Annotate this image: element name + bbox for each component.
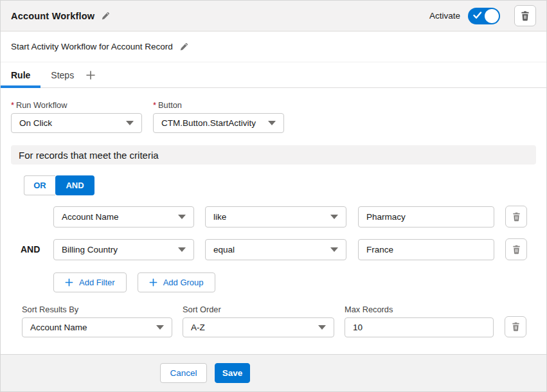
filter-row-2: AND Billing Country equal France bbox=[11, 238, 536, 260]
cancel-button[interactable]: Cancel bbox=[160, 363, 207, 383]
sort-by-value: Account Name bbox=[30, 323, 87, 332]
workflow-description: Start Activity Workflow for Account Reco… bbox=[11, 42, 173, 51]
filter-1-delete-button[interactable] bbox=[505, 206, 527, 227]
chevron-down-icon bbox=[330, 247, 338, 252]
filter-2-operator-select[interactable]: equal bbox=[205, 239, 346, 260]
criteria-section-header: For records that meet the criteria bbox=[11, 145, 536, 165]
header-bar: Account Workflow Activate bbox=[1, 1, 546, 31]
tab-steps-label: Steps bbox=[51, 70, 74, 80]
sort-row: Sort Results By Account Name Sort Order … bbox=[22, 305, 536, 337]
filter-1-field-select[interactable]: Account Name bbox=[53, 206, 194, 227]
rule-panel: *Run Workflow On Click *Button CTM.Butto… bbox=[1, 100, 546, 337]
filter-2-field-value: Billing Country bbox=[62, 245, 118, 254]
required-asterisk: * bbox=[11, 100, 14, 110]
sort-by-label: Sort Results By bbox=[22, 305, 172, 314]
toggle-check-icon bbox=[473, 12, 482, 19]
filter-1-field-value: Account Name bbox=[62, 212, 119, 222]
sort-order-value: A-Z bbox=[191, 323, 205, 332]
tab-steps[interactable]: Steps bbox=[40, 62, 84, 87]
filter-1-value-input[interactable]: Pharmacy bbox=[358, 206, 494, 227]
sort-by-select[interactable]: Account Name bbox=[22, 317, 172, 337]
save-button[interactable]: Save bbox=[215, 363, 250, 383]
filter-2-value-input[interactable]: France bbox=[358, 239, 494, 260]
tab-rule-label: Rule bbox=[11, 70, 30, 80]
activate-label: Activate bbox=[429, 11, 460, 21]
add-group-button[interactable]: Add Group bbox=[138, 272, 215, 292]
button-value: CTM.Button.StartActivity bbox=[161, 118, 256, 128]
filter-1-value: Pharmacy bbox=[366, 212, 406, 222]
delete-workflow-button[interactable] bbox=[514, 5, 536, 26]
button-select[interactable]: CTM.Button.StartActivity bbox=[153, 113, 284, 133]
sort-order-select[interactable]: A-Z bbox=[183, 317, 334, 337]
add-filter-button[interactable]: Add Filter bbox=[53, 272, 127, 292]
sort-order-label: Sort Order bbox=[183, 305, 334, 314]
run-workflow-value: On Click bbox=[19, 118, 52, 128]
sort-delete-button[interactable] bbox=[505, 316, 526, 337]
filter-list: Account Name like Pharmacy bbox=[11, 206, 536, 260]
chevron-down-icon bbox=[268, 121, 276, 125]
filter-1-operator-select[interactable]: like bbox=[205, 206, 346, 227]
run-workflow-label: *Run Workflow bbox=[11, 100, 142, 110]
logic-or-button[interactable]: OR bbox=[24, 175, 55, 195]
max-records-input[interactable]: 10 bbox=[345, 317, 494, 337]
filter-2-value: France bbox=[366, 245, 393, 254]
logic-toggle: OR AND bbox=[24, 175, 536, 195]
chevron-down-icon bbox=[330, 215, 338, 219]
edit-title-pencil-icon[interactable] bbox=[101, 12, 110, 21]
logic-and-button[interactable]: AND bbox=[55, 175, 94, 195]
chevron-down-icon bbox=[178, 215, 186, 219]
tab-bar: Rule Steps bbox=[1, 62, 546, 88]
toggle-knob bbox=[485, 9, 499, 23]
max-records-label: Max Records bbox=[345, 305, 494, 314]
sort-order-group: Sort Order A-Z bbox=[183, 305, 334, 337]
run-workflow-group: *Run Workflow On Click bbox=[11, 100, 142, 133]
filter-2-field-select[interactable]: Billing Country bbox=[53, 239, 194, 260]
footer-bar: Cancel Save bbox=[1, 354, 546, 391]
activate-toggle[interactable] bbox=[468, 8, 500, 24]
chevron-down-icon bbox=[126, 121, 134, 125]
add-group-label: Add Group bbox=[163, 278, 204, 287]
plus-icon bbox=[149, 278, 157, 287]
filter-2-delete-button[interactable] bbox=[505, 238, 527, 260]
max-records-value: 10 bbox=[353, 323, 363, 332]
add-tab-button[interactable] bbox=[84, 62, 97, 87]
trigger-form-row: *Run Workflow On Click *Button CTM.Butto… bbox=[11, 100, 536, 133]
filter-row-1: Account Name like Pharmacy bbox=[11, 206, 536, 227]
sort-by-group: Sort Results By Account Name bbox=[22, 305, 172, 337]
add-filter-label: Add Filter bbox=[79, 278, 115, 287]
chevron-down-icon bbox=[156, 325, 164, 330]
button-label: *Button bbox=[153, 100, 284, 110]
required-asterisk: * bbox=[153, 100, 156, 110]
plus-icon bbox=[65, 278, 73, 287]
max-records-group: Max Records 10 bbox=[345, 305, 494, 337]
tab-rule[interactable]: Rule bbox=[1, 62, 40, 87]
chevron-down-icon bbox=[318, 325, 326, 330]
filter-1-operator-value: like bbox=[213, 212, 226, 222]
workflow-description-row: Start Activity Workflow for Account Reco… bbox=[1, 31, 546, 62]
filter-2-operator-value: equal bbox=[213, 245, 235, 254]
workflow-title: Account Workflow bbox=[11, 11, 94, 21]
button-group: *Button CTM.Button.StartActivity bbox=[153, 100, 284, 133]
criteria-section-title: For records that meet the criteria bbox=[19, 150, 159, 161]
add-buttons-row: Add Filter Add Group bbox=[53, 272, 536, 292]
run-workflow-select[interactable]: On Click bbox=[11, 113, 142, 133]
edit-description-pencil-icon[interactable] bbox=[179, 42, 188, 51]
filter-2-conjunction: AND bbox=[11, 244, 53, 254]
chevron-down-icon bbox=[178, 247, 186, 252]
